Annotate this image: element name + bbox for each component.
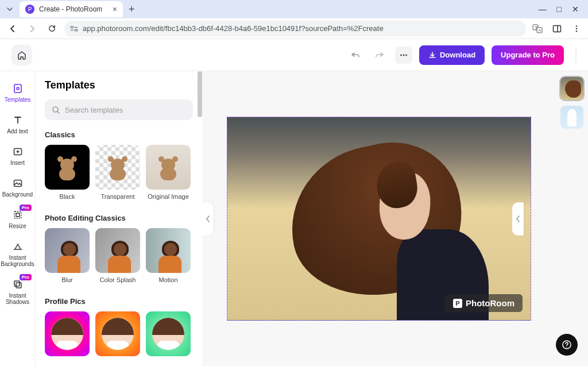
thumb-preview	[146, 145, 191, 190]
close-window-icon[interactable]: ✕	[572, 5, 579, 14]
upgrade-label: Upgrade to Pro	[501, 51, 555, 59]
panel-title: Templates	[45, 79, 193, 91]
svg-rect-23	[16, 283, 21, 288]
template-profile-3[interactable]	[146, 311, 191, 356]
pro-badge: Pro	[20, 205, 32, 211]
shadows-icon	[12, 279, 24, 290]
watermark-logo-icon: P	[453, 299, 462, 308]
thumb-preview	[146, 311, 191, 356]
section-title-classics: Classics	[45, 130, 193, 139]
collapse-layers-button[interactable]	[512, 202, 524, 236]
thumb-preview	[95, 228, 140, 273]
svg-point-17	[17, 87, 19, 90]
section-title-profile: Profile Pics	[45, 297, 193, 306]
browser-menu-icon[interactable]	[571, 23, 582, 34]
svg-point-12	[576, 30, 578, 32]
layer-thumb-cutout[interactable]	[560, 106, 583, 129]
thumb-label: Color Splash	[100, 276, 136, 283]
svg-line-25	[57, 111, 59, 113]
more-menu-button[interactable]	[395, 47, 412, 64]
svg-rect-16	[14, 84, 21, 93]
sidebar-item-background[interactable]: Background	[0, 172, 35, 203]
sidebar-label: Insert	[10, 160, 25, 166]
forward-button[interactable]	[25, 22, 39, 36]
sidebar-item-templates[interactable]: Templates	[0, 77, 35, 109]
sidebar-item-add-text[interactable]: Add text	[0, 109, 35, 140]
canvas-area[interactable]: P PhotoRoom	[202, 71, 556, 366]
classics-row: Black Transparent Original Image	[45, 145, 193, 200]
template-profile-1[interactable]	[45, 311, 90, 356]
redo-button[interactable]	[371, 47, 388, 64]
minimize-icon[interactable]: —	[539, 5, 547, 14]
tab-search-button[interactable]	[3, 3, 16, 16]
maximize-icon[interactable]: □	[557, 5, 562, 14]
thumb-preview	[45, 228, 90, 273]
help-button[interactable]	[556, 334, 578, 356]
back-button[interactable]	[6, 22, 20, 36]
thumb-preview	[146, 228, 191, 273]
template-color-splash[interactable]: Color Splash	[95, 228, 140, 283]
window-controls: — □ ✕	[539, 5, 585, 14]
side-panel-icon[interactable]	[551, 23, 563, 34]
section-title-editing: Photo Editing Classics	[45, 214, 193, 222]
thumb-label: Motion	[158, 276, 177, 283]
canvas-selection[interactable]: P PhotoRoom	[227, 117, 531, 321]
layer-thumb-original[interactable]	[560, 77, 583, 100]
close-tab-icon[interactable]: ×	[113, 5, 117, 14]
template-black[interactable]: Black	[45, 145, 90, 200]
svg-point-15	[405, 54, 407, 56]
templates-icon	[12, 83, 24, 94]
sidebar-label: Resize	[9, 223, 26, 229]
svg-rect-20	[14, 211, 21, 218]
reload-button[interactable]	[45, 22, 59, 36]
help-icon	[562, 340, 572, 350]
home-button[interactable]	[11, 45, 32, 66]
template-transparent[interactable]: Transparent	[95, 145, 140, 200]
template-original[interactable]: Original Image	[146, 145, 191, 200]
new-tab-button[interactable]: +	[129, 3, 135, 16]
sidebar-label: Templates	[5, 97, 31, 103]
download-button[interactable]: Download	[419, 45, 485, 65]
text-icon	[12, 114, 24, 126]
url-text: app.photoroom.com/edit/fbc14bb3-db6f-442…	[83, 24, 384, 33]
resize-icon	[12, 209, 24, 221]
app-topbar: Download Upgrade to Pro	[0, 39, 588, 71]
site-settings-icon[interactable]	[70, 25, 78, 33]
thumb-label: Black	[60, 193, 75, 200]
undo-button[interactable]	[347, 47, 364, 64]
sidebar-item-instant-shadows[interactable]: Pro Instant Shadows	[0, 273, 35, 311]
thumb-label: Original Image	[148, 193, 189, 200]
topbar-divider	[575, 47, 577, 63]
template-profile-2[interactable]	[95, 311, 140, 356]
tab-title: Create - PhotoRoom	[39, 5, 108, 13]
translate-icon[interactable]: 文A	[532, 23, 543, 34]
browser-tab-strip: P Create - PhotoRoom × + — □ ✕	[0, 0, 588, 18]
sidebar-item-resize[interactable]: Pro Resize	[0, 203, 35, 235]
template-blur[interactable]: Blur	[45, 228, 90, 283]
thumb-label: Transparent	[101, 193, 135, 200]
thumb-preview	[45, 311, 90, 356]
template-motion[interactable]: Motion	[146, 228, 191, 283]
svg-text:文: 文	[535, 25, 538, 29]
search-input[interactable]: Search templates	[45, 99, 193, 120]
sidebar-label: Add text	[7, 128, 28, 134]
download-label: Download	[440, 51, 475, 59]
search-icon	[52, 106, 60, 114]
svg-point-10	[576, 25, 578, 27]
browser-tab[interactable]: P Create - PhotoRoom ×	[20, 1, 123, 17]
layer-rail	[556, 71, 588, 366]
sidebar-item-instant-backgrounds[interactable]: Instant Backgrounds	[0, 235, 35, 273]
svg-text:A: A	[539, 29, 541, 32]
home-icon	[17, 50, 27, 60]
tool-sidebar: Templates Add text Insert Background Pro…	[0, 71, 36, 366]
scrollbar-thumb[interactable]	[198, 71, 202, 117]
favicon-icon: P	[25, 5, 34, 14]
sidebar-item-insert[interactable]: Insert	[0, 140, 35, 172]
watermark-text: PhotoRoom	[466, 298, 514, 308]
svg-rect-21	[16, 213, 20, 217]
watermark: P PhotoRoom	[445, 294, 523, 312]
collapse-panel-button[interactable]	[202, 202, 214, 236]
panel-scrollbar[interactable]	[196, 71, 202, 366]
url-field[interactable]: app.photoroom.com/edit/fbc14bb3-db6f-442…	[64, 21, 526, 37]
upgrade-button[interactable]: Upgrade to Pro	[492, 45, 564, 65]
